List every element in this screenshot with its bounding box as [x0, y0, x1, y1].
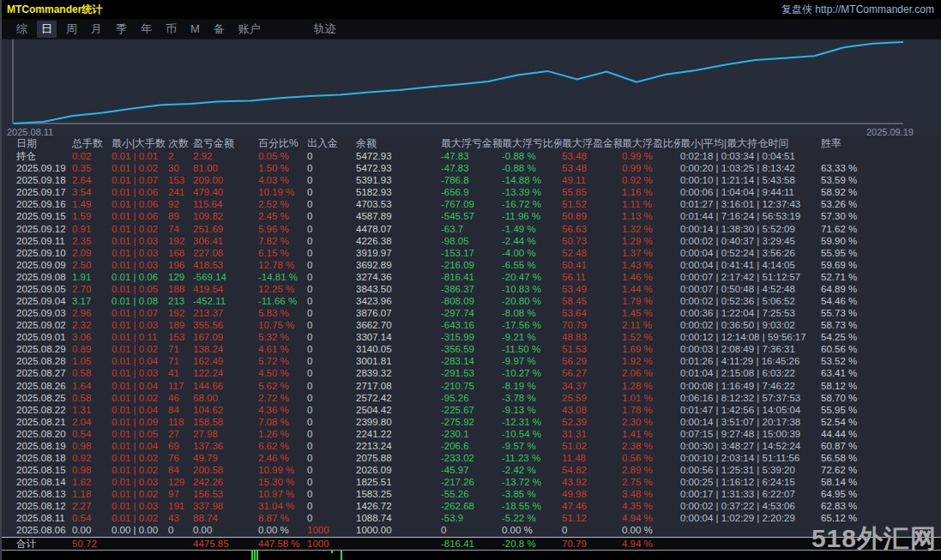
- table-row[interactable]: 2025.09.120.910.01 | 0.0274251.695.96 %0…: [2, 222, 941, 234]
- cell-count: 192: [168, 308, 193, 318]
- cell-max-float-loss: -233.02: [441, 453, 502, 463]
- cell-pnl-pct: 7.82 %: [258, 236, 307, 246]
- cell-date: 2025.08.15: [16, 465, 72, 475]
- cell-minmax-lots: 0.01 | 0.05: [112, 284, 168, 294]
- cell-max-float-profit-pct: 1.46 %: [622, 272, 680, 282]
- menu-item-9[interactable]: 账户: [234, 21, 265, 38]
- header-hold-time[interactable]: 最小|平均|最大持仓时间: [680, 136, 821, 151]
- cell-count: 153: [168, 175, 193, 185]
- table-row[interactable]: 2025.08.150.980.01 | 0.0284200.5810.99 %…: [2, 464, 941, 476]
- cell-pnl: -452.11: [193, 296, 258, 306]
- menu-item-2[interactable]: 周: [62, 21, 81, 38]
- table-row[interactable]: 2025.09.022.320.01 | 0.03189355.5610.75 …: [2, 319, 941, 331]
- table-row[interactable]: 2025.09.173.540.01 | 0.06241479.4010.19 …: [2, 186, 941, 198]
- cell-minmax-lots: 0.01 | 0.02: [112, 453, 168, 463]
- table-row[interactable]: 持仓0.020.01 | 0.0122.920.05 %05472.93-47.…: [2, 150, 941, 162]
- table-row[interactable]: 2025.09.161.490.01 | 0.0692115.642.52 %0…: [2, 198, 941, 210]
- menu-item-5[interactable]: 年: [136, 21, 156, 38]
- cell-date: 2025.08.29: [16, 344, 72, 354]
- cell-minmax-lots: 0.01 | 0.04: [112, 356, 168, 366]
- table-row[interactable]: 2025.08.250.580.01 | 0.024668.002.72 %02…: [2, 392, 941, 404]
- table-row[interactable]: 2025.08.060.000.00 | 0.0000.000.00 %1000…: [2, 524, 941, 536]
- cell-lots: 2.27: [72, 501, 112, 511]
- cell-minmax-lots: 0.01 | 0.02: [112, 224, 168, 234]
- header-balance[interactable]: 余额: [356, 136, 441, 151]
- header-date[interactable]: 日期: [16, 136, 72, 151]
- header-pnl[interactable]: 盈亏金额: [193, 136, 258, 151]
- table-row[interactable]: 2025.08.110.540.01 | 0.024388.748.87 %01…: [2, 512, 941, 524]
- table-row[interactable]: 2025.09.182.640.01 | 0.07153209.004.03 %…: [2, 174, 941, 186]
- table-row[interactable]: 2025.09.112.350.01 | 0.03192306.417.82 %…: [2, 235, 941, 247]
- table-row[interactable]: 2025.08.131.180.01 | 0.0297156.5310.97 %…: [2, 488, 941, 500]
- table-row[interactable]: 2025.08.221.310.01 | 0.0484104.624.36 %0…: [2, 404, 941, 416]
- cell-date: 2025.09.01: [16, 332, 72, 342]
- cell-lots: 1.05: [72, 356, 112, 366]
- cell-balance: 1426.72: [356, 501, 441, 511]
- table-row[interactable]: 2025.08.281.050.01 | 0.0471162.495.72 %0…: [2, 355, 941, 367]
- table-row[interactable]: 2025.09.151.590.01 | 0.0689109.822.45 %0…: [2, 210, 941, 222]
- table-row[interactable]: 2025.09.081.910.01 | 0.06129-569.14-14.8…: [2, 271, 941, 283]
- table-row[interactable]: 2025.08.270.580.01 | 0.0341122.244.50 %0…: [2, 367, 941, 379]
- header-max-float-loss[interactable]: 最大浮亏金额: [441, 136, 502, 151]
- cell-max-float-profit-pct: 1.79 %: [622, 296, 680, 306]
- total-max-float-profit-pct: 4.94 %: [622, 539, 680, 549]
- cell-deposit: 0: [307, 501, 356, 511]
- cell-pnl: 144.66: [193, 381, 258, 391]
- table-row[interactable]: 2025.08.212.040.01 | 0.09118158.587.08 %…: [2, 416, 941, 428]
- table-row[interactable]: 2025.08.141.620.01 | 0.03129242.2615.30 …: [2, 476, 941, 488]
- table-row[interactable]: 2025.09.043.170.01 | 0.08213-452.11-11.6…: [2, 295, 941, 307]
- menu-item-6[interactable]: 币: [161, 21, 181, 38]
- table-row[interactable]: 2025.08.122.270.01 | 0.03191337.9831.04 …: [2, 500, 941, 512]
- table-row[interactable]: 2025.08.261.640.01 | 0.04117144.665.62 %…: [2, 379, 941, 391]
- table-row[interactable]: 2025.09.190.350.01 | 0.023081.001.50 %05…: [2, 162, 941, 174]
- table-row[interactable]: 2025.08.200.540.01 | 0.052727.981.26 %02…: [2, 428, 941, 440]
- menu-item-0[interactable]: 综: [12, 21, 32, 38]
- cell-pnl-pct: 12.25 %: [258, 284, 307, 294]
- cell-max-float-loss-pct: -16.72 %: [502, 199, 562, 209]
- cell-hold-time: 0:00:14 | 3:51:07 | 20:17:38: [680, 417, 821, 427]
- table-row[interactable]: 2025.09.013.060.01 | 0.11153167.095.32 %…: [2, 331, 941, 343]
- header-win-rate[interactable]: 胜率: [821, 136, 890, 151]
- cell-minmax-lots: 0.01 | 0.05: [112, 429, 168, 439]
- cell-date: 2025.08.14: [16, 477, 72, 487]
- cell-pnl-pct: 5.96 %: [258, 224, 307, 234]
- cell-max-float-profit-pct: 4.94 %: [622, 513, 680, 523]
- menu-item-10[interactable]: 轨迹: [310, 21, 341, 38]
- cell-balance: 1000.00: [356, 525, 441, 535]
- table-row[interactable]: 2025.09.092.500.01 | 0.03196418.5312.78 …: [2, 259, 941, 271]
- table-row[interactable]: 2025.08.180.920.01 | 0.027649.792.46 %02…: [2, 452, 941, 464]
- table-row[interactable]: 2025.08.190.980.01 | 0.0469137.366.62 %0…: [2, 440, 941, 452]
- menu-item-4[interactable]: 季: [112, 21, 131, 38]
- cell-pnl: -569.14: [193, 272, 258, 282]
- cell-minmax-lots: 0.01 | 0.02: [112, 393, 168, 403]
- menu-item-8[interactable]: 备: [209, 21, 229, 38]
- cell-pnl: 242.26: [193, 477, 258, 487]
- table-row[interactable]: 2025.09.102.090.01 | 0.03168227.086.15 %…: [2, 247, 941, 259]
- cell-date: 2025.09.10: [16, 248, 72, 258]
- table-row[interactable]: 2025.09.052.700.01 | 0.05188419.5412.25 …: [2, 283, 941, 295]
- table-row[interactable]: 2025.09.032.960.01 | 0.07192213.375.83 %…: [2, 307, 941, 319]
- menu-item-7[interactable]: M: [186, 21, 204, 36]
- chart-start-date-label: 2025.08.11: [7, 127, 53, 137]
- cell-date: 2025.09.08: [16, 272, 72, 282]
- cell-minmax-lots: 0.01 | 0.03: [112, 236, 168, 246]
- cell-pnl-pct: 10.19 %: [258, 187, 307, 197]
- header-max-float-profit-pct[interactable]: 最大浮盈比例: [622, 136, 680, 151]
- cell-win-rate: 54.25 %: [821, 332, 890, 342]
- header-pnl-pct[interactable]: 百分比%: [258, 136, 307, 151]
- header-count[interactable]: 次数: [168, 136, 193, 151]
- header-lots[interactable]: 总手数: [72, 136, 112, 151]
- cell-win-rate: 55.73 %: [821, 308, 890, 318]
- header-max-float-profit[interactable]: 最大浮盈金额: [562, 136, 622, 151]
- equity-chart[interactable]: 2025.08.11 2025.09.19: [2, 39, 941, 136]
- header-deposit[interactable]: 出入金: [307, 136, 356, 151]
- header-max-float-loss-pct[interactable]: 最大浮亏比例: [502, 136, 562, 151]
- cell-lots: 1.62: [72, 477, 112, 487]
- table-row[interactable]: 2025.08.290.890.01 | 0.0271138.244.61 %0…: [2, 343, 941, 355]
- menu-item-3[interactable]: 月: [87, 21, 106, 38]
- cell-count: 129: [168, 272, 193, 282]
- header-minmax-lots[interactable]: 最小|大手数: [112, 136, 168, 151]
- cell-max-float-profit: 50.89: [562, 211, 622, 221]
- menu-item-1[interactable]: 日: [37, 21, 57, 38]
- cell-minmax-lots: 0.00 | 0.00: [112, 525, 168, 535]
